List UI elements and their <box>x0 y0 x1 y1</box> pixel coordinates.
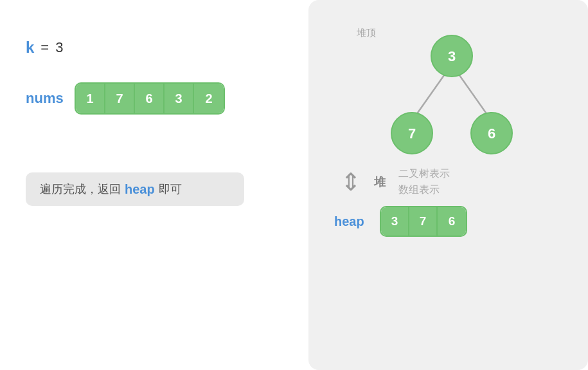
array-cell-4: 2 <box>194 84 224 113</box>
k-value: 3 <box>55 39 63 56</box>
array-rep-label: 数组表示 <box>398 183 450 197</box>
left-panel: k = 3 nums 1 7 6 3 2 遍历完成，返回 heap 即可 <box>0 0 308 370</box>
nums-row: nums 1 7 6 3 2 <box>26 82 283 115</box>
svg-text:7: 7 <box>407 125 415 142</box>
array-cell-2: 6 <box>135 84 165 113</box>
right-panel: 堆顶 3 7 6 ⇕ 堆 二叉 <box>308 0 588 370</box>
tree-svg: 3 7 6 <box>362 26 542 167</box>
toggle-arrow-icon: ⇕ <box>341 170 361 194</box>
tree-area: 3 7 6 <box>328 26 575 167</box>
k-equals: = <box>40 39 49 56</box>
heap-toggle-label: 堆 <box>374 174 386 190</box>
k-row: k = 3 <box>26 39 283 57</box>
heap-row: heap 3 7 6 <box>334 206 467 237</box>
heap-cell-1: 7 <box>409 207 438 236</box>
k-label: k <box>26 39 34 57</box>
svg-text:3: 3 <box>447 48 455 64</box>
svg-text:6: 6 <box>487 125 495 142</box>
heap-array: 3 7 6 <box>380 206 467 237</box>
heap-cell-2: 6 <box>438 207 466 236</box>
heap-cell-0: 3 <box>381 207 409 236</box>
array-cell-0: 1 <box>76 84 105 113</box>
heap-label: heap <box>334 214 370 229</box>
heap-top-label: 堆顶 <box>357 27 376 39</box>
message-post: 即可 <box>159 181 182 197</box>
message-pre: 遍历完成，返回 <box>40 181 121 197</box>
toggle-labels: 二叉树表示 数组表示 <box>398 167 450 197</box>
binary-tree-label: 二叉树表示 <box>398 167 450 181</box>
nums-label: nums <box>26 90 64 107</box>
message-box: 遍历完成，返回 heap 即可 <box>26 172 244 206</box>
toggle-row: ⇕ 堆 二叉树表示 数组表示 <box>341 167 450 197</box>
array-cell-3: 3 <box>165 84 194 113</box>
nums-array: 1 7 6 3 2 <box>75 82 225 115</box>
message-keyword: heap <box>125 182 155 197</box>
array-cell-1: 7 <box>105 84 135 113</box>
